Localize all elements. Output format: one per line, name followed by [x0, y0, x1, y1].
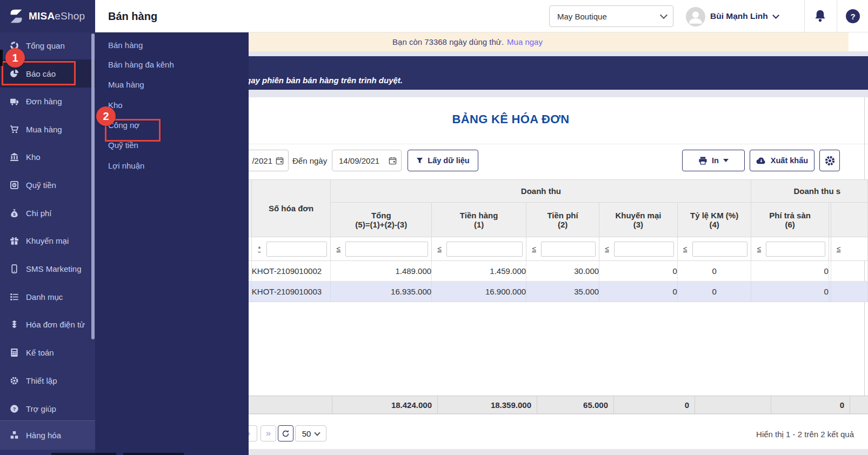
filter-icon: [416, 157, 423, 164]
total-platform-fee: 0: [771, 396, 850, 413]
user-name-label: Bùi Mạnh Linh: [710, 11, 768, 21]
filter-operator[interactable]: ≤: [530, 245, 538, 253]
last-page-button[interactable]: »: [261, 425, 276, 441]
column-header-invoice[interactable]: Số hóa đơn: [251, 180, 331, 237]
submenu-item-loi-nhuan[interactable]: Lợi nhuận: [108, 161, 238, 174]
table-row[interactable]: KHOT-2109010002 1.489.000 1.459.000 30.0…: [238, 261, 868, 282]
column-header-promo-rate[interactable]: Tỷ lệ KM (%)(4): [677, 203, 751, 237]
to-date-field[interactable]: 14/09/2021: [332, 150, 402, 171]
get-data-button[interactable]: Lấy dữ liệu: [408, 150, 478, 171]
sidebar-item-hoa-don-dien-tu[interactable]: Hóa đơn điện tử: [0, 310, 95, 338]
sidebar-item-kho[interactable]: Kho: [0, 143, 95, 171]
cell-promo-rate: 0: [677, 282, 751, 302]
filter-input[interactable]: [766, 242, 825, 257]
logo-text: MISAeShop: [29, 10, 85, 22]
delivery-truck-icon: [10, 97, 19, 106]
invoice-table: Số hóa đơn Doanh thu Doanh thu s Tổng(5)…: [238, 179, 868, 302]
total-promo: 0: [614, 396, 695, 413]
phone-icon: [10, 264, 19, 273]
column-header-total[interactable]: Tổng(5)=(1)+(2)-(3): [331, 203, 432, 237]
promo-text: gay phiên bản bán hàng trên trình duyệt.: [246, 76, 403, 85]
cell-promo: 0: [599, 282, 678, 302]
refresh-button[interactable]: [278, 425, 293, 441]
cell-invoice-link[interactable]: KHOT-2109010002: [251, 261, 331, 282]
submenu-item-cong-no[interactable]: Công nợ: [108, 121, 238, 133]
calculator-icon: [10, 348, 19, 357]
filter-operator[interactable]: ≤: [681, 245, 690, 253]
submenu-item-ban-hang[interactable]: Bán hàng: [108, 41, 238, 53]
cell-invoice-link[interactable]: KHOT-2109010003: [251, 282, 331, 302]
page-size-select[interactable]: 50: [295, 425, 326, 441]
column-header-goods[interactable]: Tiền hàng(1): [432, 203, 526, 237]
pager-summary: Hiển thị 1 - 2 trên 2 kết quả: [756, 430, 854, 439]
sidebar-item-chi-phi[interactable]: $ Chi phí: [0, 199, 95, 227]
submenu-item-quy-tien[interactable]: Quỹ tiền: [108, 140, 238, 153]
submenu-panel: Bán hàng Bán hàng đa kênh Mua hàng Kho C…: [95, 32, 249, 455]
money-bag-icon: $: [10, 209, 19, 218]
page-size-value: 50: [302, 429, 311, 438]
safe-icon: [10, 180, 19, 190]
totals-row: 18.424.000 18.359.000 65.000 0 0: [238, 396, 868, 414]
filter-operator[interactable]: *: [255, 245, 264, 253]
print-button[interactable]: In: [682, 150, 745, 171]
annotation-step-1: 1: [5, 48, 25, 68]
filter-input[interactable]: [541, 242, 596, 257]
total-goods: 18.359.000: [438, 396, 537, 413]
app-logo[interactable]: MISAeShop: [0, 0, 95, 32]
filter-input[interactable]: [692, 242, 748, 257]
filter-operator[interactable]: ≤: [435, 245, 444, 253]
table-row[interactable]: KHOT-2109010003 16.935.000 16.900.000 35…: [238, 282, 868, 302]
sidebar-item-don-hang[interactable]: Đơn hàng: [0, 87, 95, 115]
sidebar-item-hang-hoa[interactable]: Hàng hóa: [0, 421, 95, 450]
export-button[interactable]: Xuất khẩu: [750, 150, 814, 171]
sidebar-item-danh-muc[interactable]: Danh mục: [0, 283, 95, 311]
filter-operator[interactable]: ≤: [603, 245, 611, 253]
filter-input[interactable]: [446, 242, 523, 257]
store-selector[interactable]: May Boutique: [549, 5, 673, 27]
submenu-item-ban-hang-da-kenh[interactable]: Bán hàng đa kênh: [108, 60, 238, 73]
layers-icon: [10, 320, 19, 329]
column-header-platform-fee[interactable]: Phí trả sàn(6): [751, 203, 829, 237]
gift-icon: [10, 236, 19, 245]
avatar[interactable]: [686, 7, 705, 26]
sidebar-item-ke-toan[interactable]: Kế toán: [0, 338, 95, 366]
column-header-promo[interactable]: Khuyến mại(3): [599, 203, 678, 237]
sidebar-item-sms-marketing[interactable]: SMS Marketing: [0, 255, 95, 283]
buy-now-link[interactable]: Mua ngay: [507, 37, 543, 46]
sidebar-scrollbar[interactable]: [91, 34, 95, 339]
submenu-item-mua-hang[interactable]: Mua hàng: [108, 80, 238, 93]
refresh-icon: [282, 430, 290, 438]
topbar: Bán hàng May Boutique Bùi Mạnh Linh ?: [95, 0, 868, 32]
help-button[interactable]: ?: [846, 9, 860, 23]
column-header-fee[interactable]: Tiền phí(2): [526, 203, 599, 237]
sidebar-item-tro-giup[interactable]: ? Trợ giúp: [0, 394, 95, 423]
filter-input[interactable]: [345, 242, 428, 257]
filter-operator[interactable]: ≤: [755, 245, 763, 253]
filter-input[interactable]: [266, 242, 328, 257]
annotation-step-2: 2: [96, 106, 116, 126]
filter-input[interactable]: [614, 242, 674, 257]
sidebar-item-thiet-lap[interactable]: Thiết lập: [0, 366, 95, 394]
submenu-item-kho[interactable]: Kho: [108, 101, 238, 113]
cell-total: 16.935.000: [331, 282, 432, 302]
notifications-button[interactable]: [813, 9, 827, 25]
cart-icon: [10, 125, 19, 134]
cell-platform-fee: 0: [751, 282, 829, 302]
divider: [837, 0, 837, 32]
user-menu[interactable]: Bùi Mạnh Linh: [710, 0, 778, 32]
person-icon: [686, 7, 705, 26]
to-date-label: Đến ngày: [292, 150, 327, 171]
group-header-row: Số hóa đơn Doanh thu Doanh thu s: [238, 180, 868, 203]
table-settings-button[interactable]: [819, 150, 840, 171]
help-icon: ?: [10, 404, 19, 413]
filter-operator[interactable]: ≤: [334, 245, 343, 253]
caret-down-icon: [723, 159, 729, 162]
filter-operator[interactable]: ≤: [834, 245, 843, 253]
sidebar-item-quy-tien[interactable]: Quỹ tiền: [0, 171, 95, 199]
chevron-down-icon: [315, 430, 321, 436]
from-date-value: /2021: [252, 156, 272, 165]
cell-promo-rate: 0: [677, 261, 751, 282]
sidebar-item-khuyen-mai[interactable]: Khuyến mại: [0, 226, 95, 255]
sidebar-item-mua-hang[interactable]: Mua hàng: [0, 115, 95, 143]
bell-icon: [813, 9, 827, 23]
